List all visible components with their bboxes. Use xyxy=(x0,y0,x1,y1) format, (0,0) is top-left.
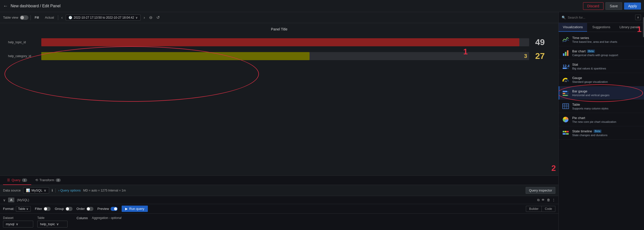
query-tab-badge: 1 xyxy=(22,178,27,182)
pie-chart-name: Pie chart xyxy=(572,116,585,120)
discard-button[interactable]: Discard xyxy=(583,2,603,10)
table-label: Table xyxy=(37,216,67,220)
svg-rect-19 xyxy=(563,131,565,132)
query-a-bar: ∨ A (MySQL) ⧉ 👁 🗑 ⋮ xyxy=(0,196,558,204)
table-viz-icon xyxy=(562,102,570,110)
group-toggle[interactable] xyxy=(65,207,73,211)
table-select[interactable]: help_topic ∨ xyxy=(37,221,67,227)
code-button[interactable]: Code xyxy=(542,206,555,212)
query-options-link[interactable]: › Query options xyxy=(58,188,81,192)
viz-list: Time series Time based line, area and ba… xyxy=(559,32,644,230)
format-select[interactable]: Table ∨ xyxy=(16,206,31,212)
column-label: Column xyxy=(77,216,88,220)
bar-chart: help_topic_id 49 help_category_id 3 27 xyxy=(4,35,554,67)
search-bar: 🔍 ∧ xyxy=(559,12,644,23)
dataset-value: mysql xyxy=(6,222,14,226)
back-button[interactable]: ← xyxy=(3,3,8,9)
clock-icon: 🕐 xyxy=(69,16,72,19)
eye-icon[interactable]: 👁 xyxy=(541,198,545,202)
annotation-2: 2 xyxy=(551,164,556,173)
bar-chart-icon xyxy=(562,49,570,57)
order-group: Order xyxy=(77,207,93,211)
bar-value-2: 27 xyxy=(535,51,550,61)
stat-info: Stat Big stat values & sparklines xyxy=(572,63,641,70)
gauge-name: Gauge xyxy=(572,76,582,80)
query-tab-transform[interactable]: ⟲ Transform 0 xyxy=(31,176,65,185)
transform-tab-icon: ⟲ xyxy=(35,178,38,182)
preview-toggle[interactable] xyxy=(111,207,118,211)
actual-button[interactable]: Actual xyxy=(43,15,56,20)
svg-rect-12 xyxy=(563,95,568,96)
viz-item-gauge[interactable]: 79 Gauge Standard gauge visualization xyxy=(559,73,644,86)
bar-container-1 xyxy=(41,38,529,46)
svg-rect-20 xyxy=(565,131,566,132)
time-range-button[interactable]: 🕐 2022-10-27 17:13:50 to 2022-10-27 18:0… xyxy=(66,15,141,21)
viz-item-pie-chart[interactable]: Pie chart The new core pie chart visuali… xyxy=(559,113,644,126)
group-label: Group xyxy=(55,207,64,211)
data-source-bar: Data source 📊 MySQL ∨ ℹ › Query options … xyxy=(0,185,558,196)
viz-item-time-series[interactable]: Time series Time based line, area and ba… xyxy=(559,33,644,46)
bar-row-2: help_category_id 3 27 xyxy=(8,51,550,61)
prev-time-button[interactable]: ‹ xyxy=(60,14,63,21)
top-nav: ← New dashboard / Edit Panel Discard Sav… xyxy=(0,0,644,12)
pie-chart-icon xyxy=(562,116,570,124)
bar-chart-beta: Beta xyxy=(587,50,595,53)
bar-number-overlay-2: 3 xyxy=(524,53,527,59)
zoom-out-button[interactable]: ⊖ xyxy=(148,14,153,21)
gauge-icon: 79 xyxy=(562,75,570,84)
time-range-chevron: ∨ xyxy=(135,16,138,19)
dataset-chevron: ∨ xyxy=(16,222,18,226)
table-view-toggle-pill[interactable] xyxy=(20,15,28,20)
refresh-button[interactable]: ↺ xyxy=(155,14,161,21)
table-view-toggle: Table view xyxy=(3,15,28,20)
time-series-name: Time series xyxy=(572,36,589,40)
panel-title: Panel Title xyxy=(4,27,554,31)
search-icon: 🔍 xyxy=(562,16,566,19)
bar-gauge-info: Bar gauge Horizontal and vertical gauges xyxy=(572,89,641,97)
query-inspector-button[interactable]: Query inspector xyxy=(526,187,555,194)
viz-toolbar: Table view Fill Actual ‹ 🕐 2022-10-27 17… xyxy=(0,12,558,23)
state-timeline-name: State timeline xyxy=(572,129,592,133)
next-time-button[interactable]: › xyxy=(143,14,146,21)
copy-icon[interactable]: ⧉ xyxy=(537,198,539,202)
bar-gauge-name: Bar gauge xyxy=(572,89,587,93)
viz-item-table[interactable]: Table Supports many column styles xyxy=(559,100,644,113)
more-icon[interactable]: ⋮ xyxy=(552,198,555,202)
builder-button[interactable]: Builder xyxy=(526,206,542,212)
svg-rect-1 xyxy=(565,52,566,56)
svg-rect-21 xyxy=(567,131,569,132)
scrollbar[interactable] xyxy=(643,17,644,37)
run-query-label: Run query xyxy=(129,207,144,211)
viz-item-state-timeline[interactable]: State timeline Beta State changes and du… xyxy=(559,126,644,140)
apply-button[interactable]: Apply xyxy=(624,3,641,10)
bar-gauge-icon xyxy=(562,89,570,97)
group-group: Group xyxy=(55,207,72,211)
stat-name: Stat xyxy=(572,63,578,66)
delete-icon[interactable]: 🗑 xyxy=(547,198,550,202)
query-tab-query[interactable]: ☰ Query 1 xyxy=(3,176,31,185)
run-query-icon: ▶ xyxy=(125,207,128,211)
viz-item-bar-chart[interactable]: Bar chart Beta Categorical charts with g… xyxy=(559,46,644,60)
query-a-letter: A xyxy=(8,198,14,202)
viz-item-bar-gauge[interactable]: Bar gauge Horizontal and vertical gauges xyxy=(559,86,644,100)
search-input[interactable] xyxy=(568,16,633,19)
datasource-select[interactable]: 📊 MySQL ∨ xyxy=(23,187,49,194)
top-nav-actions: Discard Save Apply xyxy=(583,2,641,10)
svg-rect-10 xyxy=(563,93,565,94)
datasource-label: Data source xyxy=(3,188,21,192)
tab-suggestions[interactable]: Suggestions xyxy=(587,23,616,32)
run-query-button[interactable]: ▶ Run query xyxy=(122,206,148,212)
svg-rect-2 xyxy=(567,50,568,56)
order-toggle[interactable] xyxy=(86,207,93,211)
collapse-button[interactable]: ∧ xyxy=(635,15,641,20)
bar-container-2: 3 xyxy=(41,52,529,60)
viz-item-stat[interactable]: 12.4 Stat Big stat values & sparklines xyxy=(559,60,644,73)
tab-visualizations[interactable]: Visualizations xyxy=(559,23,587,32)
filter-toggle[interactable] xyxy=(44,207,51,211)
dataset-select[interactable]: mysql ∨ xyxy=(3,221,33,227)
gauge-info: Gauge Standard gauge visualization xyxy=(572,76,641,83)
info-icon[interactable]: ℹ xyxy=(52,188,53,192)
save-button[interactable]: Save xyxy=(605,2,622,10)
fill-button[interactable]: Fill xyxy=(33,15,41,20)
query-a-toggle[interactable]: ∨ xyxy=(3,198,6,202)
